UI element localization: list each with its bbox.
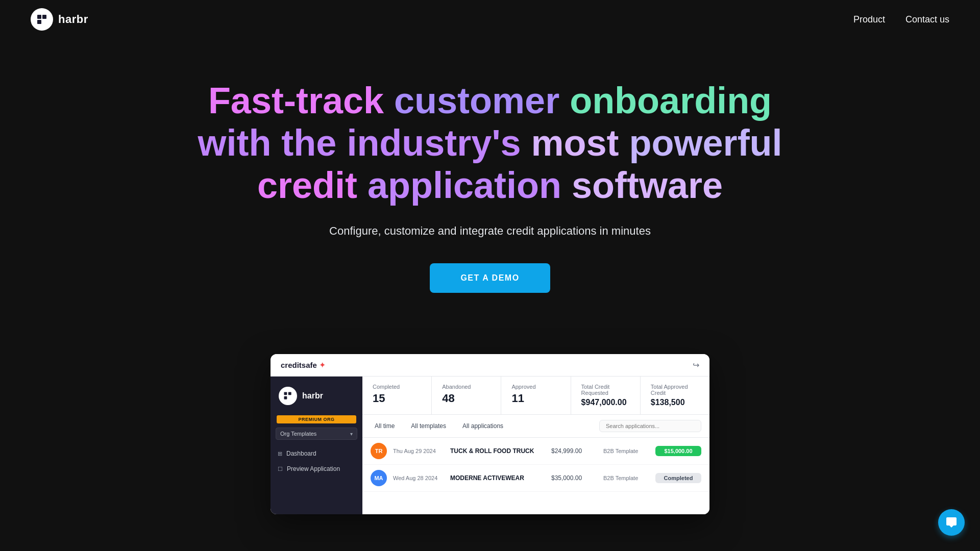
stat-total-credit: Total Credit Requested $947,000.00 [571, 377, 641, 414]
nav-product[interactable]: Product [853, 14, 885, 25]
chat-widget[interactable] [938, 509, 965, 536]
sidebar-org-name: harbr [302, 391, 323, 400]
hero-subtitle: Configure, customize and integrate credi… [102, 224, 878, 238]
row-badge-1: $15,000.00 [655, 446, 701, 456]
filter-templates[interactable]: All templates [407, 420, 450, 432]
svg-rect-5 [288, 392, 291, 395]
sidebar-dropdown-text: Org Templates [280, 431, 316, 437]
svg-rect-2 [42, 15, 46, 19]
row-badge-2: Completed [655, 473, 701, 483]
exit-icon[interactable]: ↪ [693, 360, 699, 370]
stat-total-approved: Total Approved Credit $138,500 [641, 377, 709, 414]
filter-applications[interactable]: All applications [458, 420, 507, 432]
row-name-2: MODERNE ACTIVEWEAR [450, 474, 545, 482]
stat-abandoned-label: Abandoned [442, 384, 491, 390]
dashboard-body: harbr PREMIUM ORG Org Templates ▾ ⊞ Dash… [271, 377, 709, 514]
search-input[interactable] [599, 420, 701, 432]
stats-row: Completed 15 Abandoned 48 Approved 11 To… [362, 377, 709, 415]
sidebar: harbr PREMIUM ORG Org Templates ▾ ⊞ Dash… [271, 377, 362, 514]
table-row: TR Thu Aug 29 2024 TUCK & ROLL FOOD TRUC… [362, 438, 709, 465]
stat-abandoned: Abandoned 48 [432, 377, 501, 414]
stat-total-credit-value: $947,000.00 [581, 398, 630, 407]
row-date-2: Wed Aug 28 2024 [393, 475, 444, 481]
stat-abandoned-value: 48 [442, 392, 491, 405]
avatar-ma: MA [371, 470, 387, 486]
sidebar-logo-icon [279, 387, 297, 405]
dashboard-window: creditsafe ✦ ↪ harbr [271, 354, 709, 514]
avatar-tr: TR [371, 443, 387, 459]
row-date-1: Thu Aug 29 2024 [393, 448, 444, 454]
stat-total-credit-label: Total Credit Requested [581, 384, 630, 396]
hero-section: Fast-track customer onboarding with the … [0, 39, 980, 323]
creditsafe-logo: creditsafe ✦ [281, 360, 326, 370]
dashboard-icon: ⊞ [278, 450, 282, 457]
cta-button[interactable]: GET A DEMO [430, 263, 550, 293]
chevron-down-icon: ▾ [350, 431, 353, 437]
hero-title: Fast-track customer onboarding with the … [102, 80, 878, 206]
stat-approved-label: Approved [511, 384, 560, 390]
nav-contact[interactable]: Contact us [905, 14, 949, 25]
sidebar-dashboard-label: Dashboard [286, 450, 316, 457]
stat-completed: Completed 15 [362, 377, 432, 414]
main-content: Completed 15 Abandoned 48 Approved 11 To… [362, 377, 709, 514]
row-name-1: TUCK & ROLL FOOD TRUCK [450, 447, 545, 455]
logo-icon [31, 8, 53, 31]
search-wrapper [516, 420, 701, 432]
filter-time[interactable]: All time [371, 420, 399, 432]
stat-total-approved-value: $138,500 [651, 398, 699, 407]
row-template-1: B2B Template [603, 448, 649, 454]
logo-text: harbr [58, 13, 88, 26]
row-amount-1: $24,999.00 [551, 447, 597, 455]
preview-icon: ☐ [278, 466, 283, 472]
sidebar-item-preview[interactable]: ☐ Preview Application [271, 461, 362, 477]
nav-links: Product Contact us [853, 14, 949, 25]
preview-container: creditsafe ✦ ↪ harbr [0, 323, 980, 514]
sidebar-badge: PREMIUM ORG [277, 415, 356, 423]
row-template-2: B2B Template [603, 475, 649, 481]
svg-rect-1 [37, 20, 41, 24]
sidebar-dropdown[interactable]: Org Templates ▾ [276, 428, 357, 440]
window-topbar: creditsafe ✦ ↪ [271, 354, 709, 377]
row-amount-2: $35,000.00 [551, 474, 597, 482]
svg-rect-0 [37, 15, 41, 19]
filters-row: All time All templates All applications [362, 415, 709, 438]
svg-rect-4 [284, 396, 287, 399]
logo-area: harbr [31, 8, 88, 31]
sidebar-item-dashboard[interactable]: ⊞ Dashboard [271, 446, 362, 461]
navbar: harbr Product Contact us [0, 0, 980, 39]
stat-completed-label: Completed [373, 384, 421, 390]
stat-approved-value: 11 [511, 392, 560, 405]
stat-completed-value: 15 [373, 392, 421, 405]
table-row: MA Wed Aug 28 2024 MODERNE ACTIVEWEAR $3… [362, 465, 709, 492]
creditsafe-text: creditsafe [281, 361, 317, 369]
creditsafe-spark-icon: ✦ [319, 360, 326, 370]
stat-total-approved-label: Total Approved Credit [651, 384, 699, 396]
svg-rect-3 [284, 392, 287, 395]
sidebar-logo-area: harbr [271, 377, 362, 415]
stat-approved: Approved 11 [501, 377, 571, 414]
sidebar-preview-label: Preview Application [287, 465, 340, 472]
